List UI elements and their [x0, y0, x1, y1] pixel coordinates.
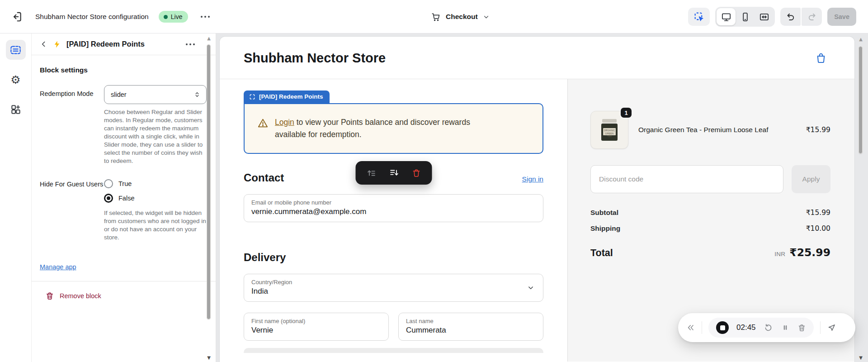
first-name-field[interactable]: First name (optional) Vernie — [244, 313, 389, 341]
radio-true-icon[interactable] — [104, 179, 113, 188]
exit-editor-button[interactable] — [11, 11, 23, 23]
fit-width-icon — [759, 12, 769, 22]
select-stepper-icon — [193, 91, 201, 98]
page-title: Shubham Nector Store configuration — [35, 13, 149, 21]
remove-block-button[interactable]: Remove block — [40, 281, 207, 300]
quantity-badge: 1 — [620, 107, 632, 119]
radio-false-icon[interactable] — [104, 194, 113, 203]
widget-message: Login to view your Points balance and di… — [275, 116, 487, 141]
panel-scrollbar-thumb[interactable] — [207, 44, 211, 319]
tea-jar-image: ORGANIC GREEN TEA — [601, 119, 618, 141]
block-settings-panel: [PAID] Redeem Points Block settings Rede… — [32, 33, 216, 362]
delivery-heading: Delivery — [244, 251, 543, 264]
currency-code: INR — [774, 251, 785, 257]
chevron-down-icon[interactable] — [482, 13, 490, 21]
panel-title: [PAID] Redeem Points — [66, 40, 145, 48]
scroll-down-icon[interactable]: ▼ — [207, 356, 211, 360]
cart-icon — [431, 12, 441, 22]
trash-icon — [45, 291, 54, 300]
page-selector[interactable]: Checkout — [446, 13, 478, 21]
contact-heading: Contact — [244, 171, 284, 184]
stop-icon — [720, 325, 725, 330]
rail-sections-button[interactable] — [6, 40, 26, 60]
cart-line-item: ORGANIC GREEN TEA 1 Organic Green Tea - … — [590, 111, 830, 149]
email-field[interactable]: Email or mobile phone number vernie.cumm… — [244, 194, 543, 222]
last-name-field[interactable]: Last name Cummerata — [398, 313, 543, 341]
redemption-mode-label: Redemption Mode — [40, 85, 104, 166]
panel-scrollbar[interactable]: ▲ ▼ — [205, 36, 212, 360]
redo-button[interactable] — [802, 8, 822, 26]
manage-app-link[interactable]: Manage app — [40, 263, 76, 271]
recording-timer: 02:45 — [736, 323, 756, 332]
rail-settings-button[interactable]: ⚙ — [6, 70, 26, 90]
back-button[interactable] — [40, 40, 47, 48]
restart-recording-button[interactable] — [764, 323, 773, 333]
mobile-view-button[interactable] — [736, 8, 755, 25]
move-block-up-button[interactable] — [366, 168, 376, 178]
block-menu-button[interactable] — [183, 41, 198, 48]
sections-icon — [9, 44, 22, 56]
scroll-up-icon[interactable]: ▲ — [207, 36, 211, 41]
inspect-cursor-icon — [693, 11, 705, 23]
checkout-main-column: [PAID] Redeem Points Login to view your … — [220, 79, 567, 362]
pause-recording-button[interactable] — [781, 323, 790, 332]
divider — [702, 321, 702, 334]
shipping-row: Shipping ₹10.00 — [590, 224, 830, 233]
delete-block-button[interactable] — [411, 168, 421, 178]
status-badge: Live — [159, 11, 189, 23]
redemption-mode-select[interactable]: slider — [104, 85, 207, 104]
lightning-icon — [53, 40, 61, 48]
discard-recording-button[interactable] — [797, 324, 806, 332]
selection-brackets-icon — [249, 94, 255, 100]
cart-bag-button[interactable] — [815, 52, 827, 64]
product-price: ₹15.99 — [806, 126, 830, 134]
pointer-mode-button[interactable] — [827, 323, 836, 333]
hide-guest-label: Hide For Guest Users — [40, 179, 104, 242]
radio-option-false[interactable]: False — [104, 194, 207, 203]
product-thumbnail: ORGANIC GREEN TEA 1 — [590, 111, 628, 149]
top-bar: Shubham Nector Store configuration Live … — [0, 0, 868, 33]
redeem-points-widget[interactable]: Login to view your Points balance and di… — [244, 103, 543, 154]
undo-button[interactable] — [780, 8, 801, 26]
desktop-icon — [721, 12, 731, 22]
preview-scrollbar[interactable]: ▲ ▼ — [857, 37, 864, 360]
redemption-mode-help: Choose between Regular and Slider modes.… — [104, 108, 207, 166]
selected-block-tab[interactable]: [PAID] Redeem Points — [244, 90, 330, 103]
fit-width-button[interactable] — [755, 8, 774, 25]
inspector-toggle-button[interactable] — [688, 8, 710, 26]
gear-icon: ⚙ — [10, 74, 20, 86]
move-block-down-button[interactable] — [389, 168, 399, 178]
live-dot-icon — [164, 15, 168, 19]
preview-scrollbar-thumb[interactable] — [859, 46, 863, 154]
hide-guest-help: If selected, the widget will be hidden f… — [104, 209, 207, 242]
country-select[interactable]: Country/Region India — [244, 274, 543, 302]
radio-option-true[interactable]: True — [104, 179, 207, 188]
rail-apps-button[interactable] — [6, 100, 26, 119]
next-field-edge — [244, 348, 543, 353]
undo-icon — [786, 12, 796, 22]
apps-icon — [10, 104, 22, 115]
block-action-toolbar — [355, 161, 432, 185]
mobile-icon — [740, 12, 750, 22]
chevron-down-icon — [527, 284, 535, 292]
login-link[interactable]: Login — [275, 118, 294, 127]
apply-discount-button[interactable]: Apply — [792, 165, 830, 193]
total-row: Total INR ₹25.99 — [590, 246, 830, 259]
scroll-down-icon[interactable]: ▼ — [859, 356, 863, 360]
total-amount: ₹25.99 — [789, 246, 830, 259]
save-button[interactable]: Save — [827, 8, 856, 26]
discount-code-input[interactable] — [590, 165, 783, 193]
sign-in-link[interactable]: Sign in — [522, 175, 543, 183]
more-actions-button[interactable] — [198, 13, 212, 20]
desktop-view-button[interactable] — [717, 8, 736, 25]
collapse-toolbar-button[interactable] — [686, 323, 695, 332]
editor-rail: ⚙ — [0, 33, 32, 362]
warning-icon — [257, 116, 269, 141]
redo-icon — [807, 12, 817, 22]
stop-recording-button[interactable] — [716, 321, 729, 334]
recorder-toolbar: 02:45 — [678, 313, 855, 342]
product-title: Organic Green Tea - Premium Loose Leaf — [638, 126, 806, 134]
scroll-up-icon[interactable]: ▲ — [859, 37, 863, 42]
exit-icon — [11, 11, 23, 23]
store-name: Shubham Nector Store — [244, 50, 386, 65]
